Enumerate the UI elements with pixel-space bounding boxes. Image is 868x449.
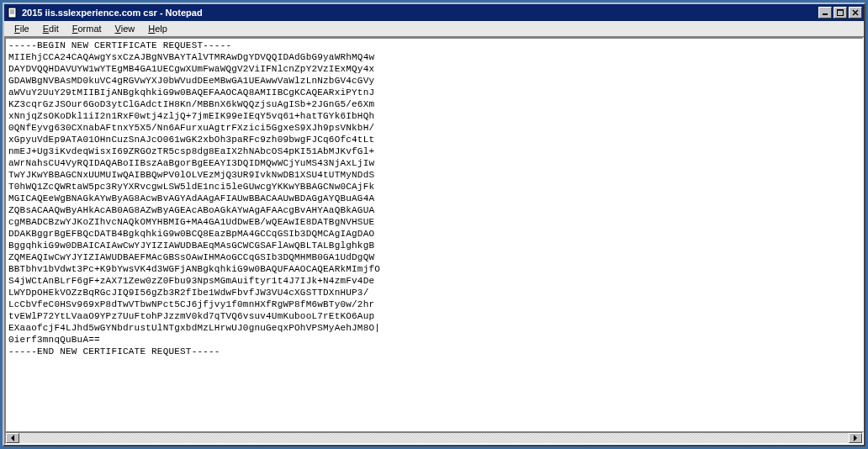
menu-format[interactable]: Format xyxy=(66,22,108,35)
window-title: 2015 iis.sslexperience.com csr - Notepad xyxy=(22,8,817,18)
text-editor[interactable]: -----BEGIN NEW CERTIFICATE REQUEST----- … xyxy=(4,37,864,433)
content-area: -----BEGIN NEW CERTIFICATE REQUEST----- … xyxy=(4,37,864,445)
menu-view[interactable]: View xyxy=(108,22,142,35)
hscroll-track[interactable] xyxy=(19,433,849,443)
notepad-window: 2015 iis.sslexperience.com csr - Notepad… xyxy=(3,3,865,446)
svg-marker-9 xyxy=(11,435,14,441)
menu-file[interactable]: File xyxy=(8,22,36,35)
notepad-icon xyxy=(6,6,19,19)
menu-help[interactable]: Help xyxy=(141,22,174,35)
maximize-button[interactable] xyxy=(834,7,847,18)
titlebar[interactable]: 2015 iis.sslexperience.com csr - Notepad xyxy=(4,4,864,21)
horizontal-scrollbar[interactable] xyxy=(4,431,864,445)
close-button[interactable] xyxy=(849,7,862,18)
svg-marker-10 xyxy=(854,435,857,441)
minimize-button[interactable] xyxy=(818,7,832,18)
scroll-left-button[interactable] xyxy=(6,433,19,443)
svg-rect-0 xyxy=(8,8,16,18)
menubar: File Edit Format View Help xyxy=(4,21,864,37)
menu-edit[interactable]: Edit xyxy=(36,22,66,35)
scroll-right-button[interactable] xyxy=(849,433,862,443)
